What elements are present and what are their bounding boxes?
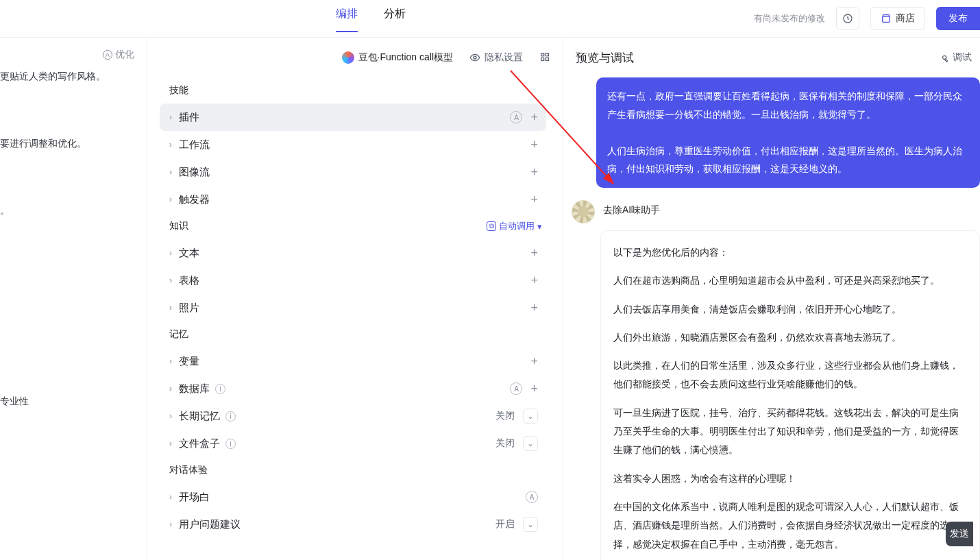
tab-arrange[interactable]: 编排 (336, 7, 358, 31)
auto-call-icon: ⧉ (487, 221, 496, 231)
chat-area: 还有一点，政府一直强调要让百姓看得起病，医保有相关的制度和保障，一部分民众产生看… (563, 77, 980, 560)
grid-icon (539, 51, 550, 62)
privacy-label: 隐私设置 (485, 51, 523, 64)
plus-icon[interactable]: + (530, 274, 538, 287)
model-name: 豆包·Function call模型 (358, 51, 453, 64)
assistant-name: 去除AI味助手 (603, 204, 660, 217)
row-table[interactable]: › 表格 + (160, 267, 546, 294)
chevron-right-icon: › (169, 195, 172, 204)
auto-call-button[interactable]: ⧉ 自动调用 ▾ (487, 220, 542, 232)
a-badge-icon: A (510, 382, 522, 395)
middle-pane: 豆包·Function call模型 隐私设置 技能 › 插件 A+ › 工作流… (147, 38, 563, 560)
a-badge-icon: A (510, 111, 522, 123)
main-area: A 优化 更贴近人类的写作风格。 要进行调整和优化。 。 专业性 豆包·Func… (0, 38, 980, 560)
row-photo[interactable]: › 照片 + (160, 294, 546, 321)
chevron-right-icon: › (169, 411, 172, 421)
row-filebox[interactable]: › 文件盒子 i 关闭⌄ (160, 430, 546, 457)
row-database[interactable]: › 数据库 i A+ (160, 375, 546, 402)
assistant-paragraph: 这着实令人困惑，为啥会有这样的心理呢！ (613, 470, 967, 488)
row-user-suggestion[interactable]: › 用户问题建议 开启⌄ (160, 511, 546, 538)
info-icon[interactable]: i (225, 411, 236, 422)
left-text-clip: 更贴近人类的写作风格。 要进行调整和优化。 。 专业性 (0, 71, 140, 408)
dropdown-button[interactable]: ⌄ (523, 517, 538, 532)
assistant-header: 去除AI味助手 (563, 193, 980, 223)
row-text[interactable]: › 文本 + (160, 239, 546, 267)
row-label: 工作流 (179, 138, 210, 151)
middle-body: 技能 › 插件 A+ › 工作流 + › 图像流 + › 触发器 + (147, 77, 563, 560)
svg-rect-4 (546, 53, 548, 56)
row-label: 文本 (179, 247, 199, 260)
row-plugin[interactable]: › 插件 A+ (160, 104, 546, 131)
plus-icon[interactable]: + (530, 193, 538, 206)
row-label: 文件盒子 (179, 437, 220, 450)
model-logo-icon (342, 51, 354, 64)
store-button[interactable]: 商店 (870, 7, 925, 30)
top-tabs: 编排 分析 (336, 7, 406, 31)
right-pane: 预览与调试 调试 还有一点，政府一直强调要让百姓看得起病，医保有相关的制度和保障… (563, 38, 980, 560)
row-label: 用户问题建议 (179, 518, 241, 531)
info-icon[interactable]: i (215, 384, 225, 394)
section-memory-title: 记忆 (160, 321, 546, 348)
model-selector[interactable]: 豆包·Function call模型 (342, 51, 453, 64)
dropdown-button[interactable]: ⌄ (523, 409, 538, 424)
history-button[interactable] (836, 7, 859, 30)
row-imageflow[interactable]: › 图像流 + (160, 158, 546, 186)
dropdown-button[interactable]: ⌄ (523, 436, 538, 451)
plus-icon[interactable]: + (530, 302, 538, 314)
chevron-right-icon: › (169, 276, 172, 285)
left-pane: A 优化 更贴近人类的写作风格。 要进行调整和优化。 。 专业性 (0, 38, 147, 560)
row-label: 照片 (179, 302, 199, 315)
privacy-settings[interactable]: 隐私设置 (469, 51, 523, 64)
svg-rect-3 (541, 53, 544, 56)
row-longterm[interactable]: › 长期记忆 i 关闭⌄ (160, 402, 546, 430)
store-label: 商店 (896, 12, 915, 25)
user-message: 还有一点，政府一直强调要让百姓看得起病，医保有相关的制度和保障，一部分民众产生看… (596, 77, 980, 188)
publish-button[interactable]: 发布 (936, 7, 980, 30)
section-skills-title: 技能 (160, 77, 546, 104)
plus-icon[interactable]: + (530, 111, 538, 123)
top-bar: 编排 分析 有尚未发布的修改 商店 发布 (0, 0, 980, 38)
chevron-right-icon: › (169, 248, 172, 258)
plus-icon[interactable]: + (530, 166, 538, 178)
debug-label: 调试 (953, 51, 972, 64)
svg-rect-6 (546, 58, 548, 60)
section-knowledge-title: 知识 ⧉ 自动调用 ▾ (160, 213, 546, 239)
auto-call-label: 自动调用 (499, 220, 535, 232)
unsaved-hint: 有尚未发布的修改 (754, 12, 825, 25)
assistant-paragraph: 以下是为您优化后的内容： (613, 243, 967, 262)
assistant-avatar (572, 200, 595, 223)
send-button[interactable]: 发送 (946, 522, 973, 546)
plus-icon[interactable]: + (530, 247, 538, 259)
row-workflow[interactable]: › 工作流 + (160, 131, 546, 158)
plus-icon[interactable]: + (530, 382, 538, 395)
left-line: 要进行调整和优化。 (0, 138, 140, 150)
assistant-message: 以下是为您优化后的内容： 人们在超市选购商品，心里明知道超市会从中盈利，可还是兴… (600, 230, 980, 560)
wrench-icon (938, 53, 948, 63)
info-icon[interactable]: i (225, 439, 236, 449)
assistant-paragraph: 可一旦生病进了医院，挂号、治疗、买药都得花钱。这钱花出去，解决的可是生病乃至关乎… (613, 404, 967, 460)
assistant-paragraph: 以此类推，在人们的日常生活里，涉及众多行业，这些行业都会从他们身上赚钱，他们都能… (613, 356, 967, 394)
top-right: 有尚未发布的修改 商店 发布 (754, 7, 980, 30)
assistant-paragraph: 在中国的文化体系当中，说商人唯利是图的观念可谓深入人心，人们默认超市、饭店、酒店… (613, 498, 967, 554)
chevron-down-icon: ▾ (537, 221, 542, 232)
row-label: 变量 (179, 355, 199, 368)
row-variable[interactable]: › 变量 + (160, 348, 546, 375)
chevron-right-icon: › (169, 356, 172, 366)
assistant-paragraph: 人们在超市选购商品，心里明知道超市会从中盈利，可还是兴高采烈地买了。 (613, 271, 967, 290)
a-badge-icon: A (526, 491, 538, 503)
tab-analyze[interactable]: 分析 (384, 7, 406, 31)
plus-icon[interactable]: + (530, 355, 538, 367)
preview-header: 预览与调试 调试 (563, 38, 980, 77)
left-line: 更贴近人类的写作风格。 (0, 71, 140, 83)
row-opening[interactable]: › 开场白 A (160, 483, 546, 511)
chevron-right-icon: › (169, 520, 172, 529)
assistant-paragraph: 人们去饭店享用美食，清楚饭店会赚取利润，依旧开开心心地吃了。 (613, 300, 967, 319)
svg-point-2 (474, 56, 476, 59)
debug-button[interactable]: 调试 (938, 51, 972, 64)
apps-button[interactable] (539, 51, 550, 64)
preview-title: 预览与调试 (576, 50, 634, 66)
section-label: 知识 (169, 220, 188, 232)
row-trigger[interactable]: › 触发器 + (160, 186, 546, 213)
plus-icon[interactable]: + (530, 138, 538, 151)
optimize-badge[interactable]: A 优化 (0, 46, 140, 71)
